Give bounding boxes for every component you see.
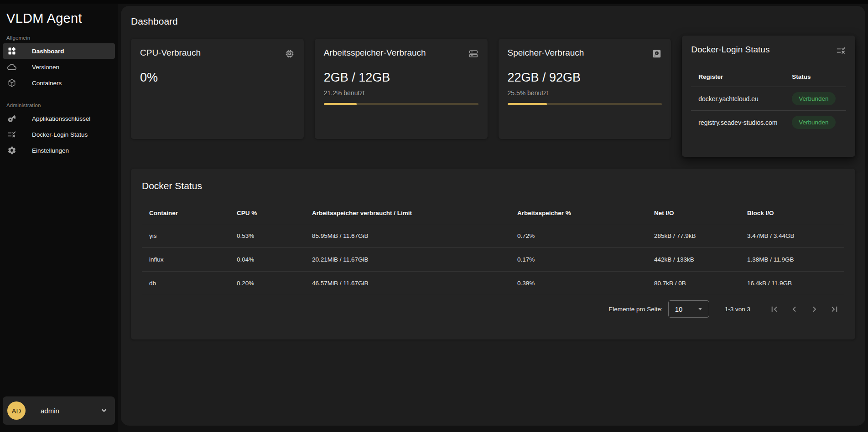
cpu-value: 0%	[140, 71, 295, 85]
sidebar-item-docker-login-status[interactable]: Docker-Login Status	[3, 127, 115, 142]
status-column-header: Status	[792, 73, 846, 80]
column-header: Net I/O	[647, 201, 740, 224]
items-per-page-label: Elemente pro Seite:	[608, 306, 663, 313]
sidebar-item-containers[interactable]: Containers	[3, 75, 115, 91]
status-badge: Verbunden	[792, 116, 835, 129]
page-range-label: 1-3 von 3	[725, 306, 750, 313]
key-icon	[7, 114, 16, 123]
checklist-icon	[836, 46, 846, 56]
memory-card: Arbeitsspeicher-Verbrauch 2GB / 12GB 21.…	[315, 39, 488, 139]
table-row: yis 0.53% 85.95MiB / 11.67GiB 0.72% 285k…	[142, 224, 844, 248]
first-page-button[interactable]	[764, 300, 784, 318]
chip-icon	[285, 49, 295, 59]
disk-card-title: Speicher-Verbrauch	[508, 48, 584, 58]
last-page-button[interactable]	[824, 300, 844, 318]
cell: 285kB / 77.9kB	[647, 224, 740, 248]
sidebar-item-label: Dashboard	[32, 48, 64, 55]
table-row: influx 0.04% 20.21MiB / 11.67GiB 0.17% 4…	[142, 248, 844, 272]
column-header: CPU %	[229, 201, 305, 224]
sidebar-item-label: Docker-Login Status	[32, 131, 88, 138]
docker-status-title: Docker Status	[142, 180, 844, 191]
sidebar-section-allgemein: Allgemein	[6, 35, 118, 41]
column-header: Container	[142, 201, 229, 224]
cell: 3.47MB / 3.44GB	[740, 224, 844, 248]
memory-value: 2GB / 12GB	[324, 71, 478, 85]
docker-status-table: Container CPU % Arbeitsspeicher verbrauc…	[142, 201, 844, 295]
main-panel: Dashboard CPU-Verbrauch 0% Arbeitsspeich…	[121, 6, 865, 426]
table-row: docker.yachtcloud.eu Verbunden	[691, 87, 846, 110]
sidebar-item-applikationsschluessel[interactable]: Applikationsschlüssel	[3, 111, 115, 126]
cell: 16.4kB / 11.9GB	[740, 272, 844, 295]
docker-login-header-row: Register Status	[691, 67, 846, 87]
table-header-row: Container CPU % Arbeitsspeicher verbrauc…	[142, 201, 844, 224]
cell: 0.17%	[510, 248, 647, 272]
cell: 20.21MiB / 11.67GiB	[305, 248, 510, 272]
column-header: Arbeitsspeicher verbraucht / Limit	[305, 201, 510, 224]
disk-progress-bar	[508, 103, 662, 105]
cell: 0.04%	[229, 248, 305, 272]
app-title: VLDM Agent	[6, 11, 118, 26]
cell: 1.38MB / 11.9GB	[740, 248, 844, 272]
package-icon	[7, 78, 16, 87]
table-row: registry.seadev-studios.com Verbunden	[691, 110, 846, 134]
docker-login-card-title: Docker-Login Status	[691, 45, 769, 55]
pagination-bar: Elemente pro Seite: 10 1-3 von 3	[142, 295, 844, 323]
registry-name: docker.yachtcloud.eu	[691, 95, 792, 103]
cell: 0.20%	[229, 272, 305, 295]
memory-card-title: Arbeitsspeicher-Verbrauch	[324, 48, 426, 58]
cpu-card: CPU-Verbrauch 0%	[131, 39, 304, 139]
docker-login-card: Docker-Login Status Register Status dock…	[682, 36, 855, 157]
sidebar-item-versionen[interactable]: Versionen	[3, 59, 115, 75]
cell: 80.7kB / 0B	[647, 272, 740, 295]
table-row: db 0.20% 46.57MiB / 11.67GiB 0.39% 80.7k…	[142, 272, 844, 295]
items-per-page-value: 10	[675, 305, 683, 313]
docker-status-card: Docker Status Container CPU % Arbeitsspe…	[131, 169, 855, 339]
page-title: Dashboard	[131, 16, 178, 27]
caret-down-icon	[696, 305, 704, 313]
registry-name: registry.seadev-studios.com	[691, 119, 792, 126]
memory-progress-fill	[324, 103, 357, 105]
cell: 46.57MiB / 11.67GiB	[305, 272, 510, 295]
cell: influx	[142, 248, 229, 272]
cell: 0.72%	[510, 224, 647, 248]
user-menu[interactable]: AD admin	[3, 396, 115, 425]
disk-percent-label: 25.5% benutzt	[508, 89, 662, 97]
sidebar-item-label: Containers	[32, 80, 62, 87]
cell: yis	[142, 224, 229, 248]
disk-card: Speicher-Verbrauch 22GB / 92GB 25.5% ben…	[499, 39, 671, 139]
sidebar-item-dashboard[interactable]: Dashboard	[3, 43, 115, 59]
sidebar-item-label: Applikationsschlüssel	[32, 115, 90, 122]
cell: 85.95MiB / 11.67GiB	[305, 224, 510, 248]
cloud-icon	[7, 62, 16, 72]
column-header: Arbeitsspeicher %	[510, 201, 647, 224]
register-column-header: Register	[691, 73, 792, 80]
cpu-card-title: CPU-Verbrauch	[140, 48, 201, 58]
sidebar: VLDM Agent Allgemein Dashboard Versionen	[0, 4, 118, 432]
avatar: AD	[7, 401, 26, 420]
previous-page-button[interactable]	[784, 300, 804, 318]
cell: 0.39%	[510, 272, 647, 295]
chevron-down-icon	[99, 406, 109, 415]
sidebar-item-label: Versionen	[32, 64, 59, 71]
items-per-page-select[interactable]: 10	[668, 300, 709, 318]
memory-progress-bar	[324, 103, 478, 105]
disk-value: 22GB / 92GB	[508, 71, 662, 85]
cell: 0.53%	[229, 224, 305, 248]
checklist-icon	[7, 130, 16, 139]
gear-icon	[7, 146, 16, 155]
status-badge: Verbunden	[792, 92, 835, 105]
memory-percent-label: 21.2% benutzt	[324, 89, 478, 97]
cell: db	[142, 272, 229, 295]
cell: 442kB / 133kB	[647, 248, 740, 272]
hard-drive-icon	[652, 49, 662, 59]
ram-icon	[468, 49, 478, 59]
sidebar-section-administration: Administration	[6, 103, 118, 108]
sidebar-item-einstellungen[interactable]: Einstellungen	[3, 143, 115, 158]
dashboard-icon	[7, 46, 16, 56]
window-top-strip	[0, 0, 868, 4]
next-page-button[interactable]	[804, 300, 824, 318]
sidebar-item-label: Einstellungen	[32, 147, 69, 154]
docker-login-table: Register Status docker.yachtcloud.eu Ver…	[691, 67, 846, 134]
user-name: admin	[41, 407, 59, 415]
metric-cards-row: CPU-Verbrauch 0% Arbeitsspeicher-Verbrau…	[131, 36, 855, 157]
